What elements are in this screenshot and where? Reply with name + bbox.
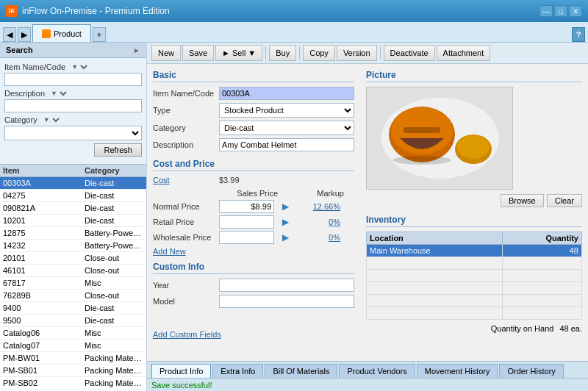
retail-price-input[interactable] xyxy=(219,215,274,229)
clear-button[interactable]: Clear xyxy=(547,194,582,207)
sidebar-header[interactable]: Search ► xyxy=(0,43,146,58)
tab-bill-of-materials[interactable]: Bill Of Materials xyxy=(265,364,337,378)
list-item[interactable]: PM-SB01 Packing Materials xyxy=(0,365,146,377)
attachment-button[interactable]: Attachment xyxy=(437,45,491,61)
window-controls: — □ ✕ xyxy=(539,5,582,17)
tab-extra-info[interactable]: Extra Info xyxy=(212,364,263,378)
close-button[interactable]: ✕ xyxy=(569,5,582,17)
retail-price-arrow[interactable]: ▶ xyxy=(274,217,296,227)
table-row[interactable]: Main Warehouse 48 xyxy=(367,245,582,257)
item-list-header: Item Category xyxy=(0,164,146,177)
svg-point-7 xyxy=(392,156,451,165)
description-input[interactable] xyxy=(219,138,354,151)
version-button[interactable]: Version xyxy=(337,45,377,61)
list-item[interactable]: Catalog07 Misc xyxy=(0,340,146,352)
normal-price-input[interactable] xyxy=(219,200,274,213)
list-item[interactable]: PM-SB02 Packing Materials xyxy=(0,377,146,390)
inventory-location: Main Warehouse xyxy=(367,245,503,257)
category-select[interactable]: Die-cast xyxy=(219,121,354,135)
type-select[interactable]: Stocked Product xyxy=(219,103,354,118)
status-bar: Save successful! xyxy=(147,378,588,391)
nav-forward-button[interactable]: ▶ xyxy=(18,27,31,42)
list-item[interactable]: 9500 Die-cast xyxy=(0,315,146,327)
sell-button[interactable]: ► Sell ▼ xyxy=(215,45,262,61)
sales-price-header: Sales Price xyxy=(219,189,278,198)
item-column-header[interactable]: Item xyxy=(3,166,85,175)
wholesale-markup[interactable]: 0% xyxy=(296,233,340,242)
deactivate-button[interactable]: Deactivate xyxy=(384,45,435,61)
table-row[interactable] xyxy=(367,295,582,307)
table-row[interactable] xyxy=(367,282,582,295)
list-item[interactable]: 76289B Close-out xyxy=(0,290,146,302)
tab-order-history[interactable]: Order History xyxy=(499,364,563,378)
list-item[interactable]: 00303A Die-cast xyxy=(0,177,146,190)
buy-button[interactable]: Buy xyxy=(269,45,296,61)
maximize-button[interactable]: □ xyxy=(554,5,567,17)
help-button[interactable]: ? xyxy=(572,27,585,42)
category-filter-select[interactable]: ▼ xyxy=(40,115,62,124)
app-title: inFlow On-Premise - Premium Edition xyxy=(22,6,170,16)
new-button[interactable]: New xyxy=(151,45,181,61)
item-list: 00303A Die-cast 04275 Die-cast 090821A D… xyxy=(0,177,146,391)
sidebar-toggle-icon: ► xyxy=(133,46,140,54)
custom-info-section-header: Custom Info xyxy=(153,262,354,274)
list-item[interactable]: 67817 Misc xyxy=(0,277,146,290)
item-name-code-search-input[interactable] xyxy=(4,73,142,86)
list-item[interactable]: PM-BW01 Packing Materials xyxy=(0,352,146,365)
list-item[interactable]: 9400 Die-cast xyxy=(0,302,146,315)
list-item[interactable]: Catalog06 Misc xyxy=(0,327,146,340)
save-button[interactable]: Save xyxy=(182,45,214,61)
nav-back-button[interactable]: ◀ xyxy=(3,27,16,42)
list-item[interactable]: 090821A Die-cast xyxy=(0,202,146,215)
inventory-table: Location Quantity Main Warehouse 48 xyxy=(366,232,582,320)
tab-movement-history[interactable]: Movement History xyxy=(417,364,498,378)
normal-markup[interactable]: 12.66% xyxy=(296,202,340,211)
markup-header: Markup xyxy=(300,189,344,198)
list-item[interactable]: 10201 Die-cast xyxy=(0,215,146,227)
toolbar-separator-1 xyxy=(265,46,266,60)
wholesale-price-row: Wholesale Price ▶ 0% xyxy=(153,231,354,244)
add-new-price-link[interactable]: Add New xyxy=(153,247,186,256)
item-name-code-filter-select[interactable]: ▼ xyxy=(68,62,90,71)
add-custom-fields-link[interactable]: Add Custom Fields xyxy=(153,330,221,339)
item-name-code-input[interactable] xyxy=(219,87,354,100)
refresh-button[interactable]: Refresh xyxy=(94,143,142,157)
normal-price-label: Normal Price xyxy=(153,202,219,211)
browse-button[interactable]: Browse xyxy=(501,194,544,207)
type-row: Type Stocked Product xyxy=(153,103,354,118)
wholesale-price-input[interactable] xyxy=(219,231,274,244)
table-row[interactable] xyxy=(367,307,582,320)
table-row[interactable] xyxy=(367,257,582,270)
tab-product-vendors[interactable]: Product Vendors xyxy=(339,364,415,378)
description-filter-select[interactable]: ▼ xyxy=(48,89,69,98)
category-column-header[interactable]: Category xyxy=(85,166,143,175)
cost-link[interactable]: Cost xyxy=(153,176,170,184)
qty-on-hand-value: 48 ea. xyxy=(559,324,582,333)
description-label: Description xyxy=(4,89,45,98)
retail-markup[interactable]: 0% xyxy=(296,218,340,226)
normal-price-arrow[interactable]: ▶ xyxy=(274,201,296,212)
list-item[interactable]: 46101 Close-out xyxy=(0,265,146,277)
list-item[interactable]: 20101 Close-out xyxy=(0,252,146,265)
retail-price-row: Retail Price ▶ 0% xyxy=(153,215,354,229)
description-search-input[interactable] xyxy=(4,99,142,112)
model-input[interactable] xyxy=(219,295,354,308)
product-picture xyxy=(366,87,513,190)
minimize-button[interactable]: — xyxy=(539,5,553,17)
tab-product[interactable]: Product xyxy=(32,24,91,42)
quantity-on-hand-row: Quantity on Hand 48 ea. xyxy=(366,324,582,333)
year-input[interactable] xyxy=(219,279,354,292)
tab-product-info[interactable]: Product Info xyxy=(151,364,211,378)
category-search-select[interactable] xyxy=(4,126,142,140)
type-label: Type xyxy=(153,106,219,115)
list-item[interactable]: 04275 Die-cast xyxy=(0,190,146,202)
add-tab-button[interactable]: + xyxy=(93,27,106,42)
list-item[interactable]: 12875 Battery-Powered xyxy=(0,227,146,240)
list-item[interactable]: 14232 Battery-Powered xyxy=(0,240,146,252)
search-field-description: Description ▼ xyxy=(4,89,142,112)
copy-button[interactable]: Copy xyxy=(303,45,335,61)
svg-rect-4 xyxy=(404,127,440,133)
cost-row: Cost $3.99 xyxy=(153,176,354,184)
wholesale-price-arrow[interactable]: ▶ xyxy=(274,232,296,243)
table-row[interactable] xyxy=(367,270,582,282)
